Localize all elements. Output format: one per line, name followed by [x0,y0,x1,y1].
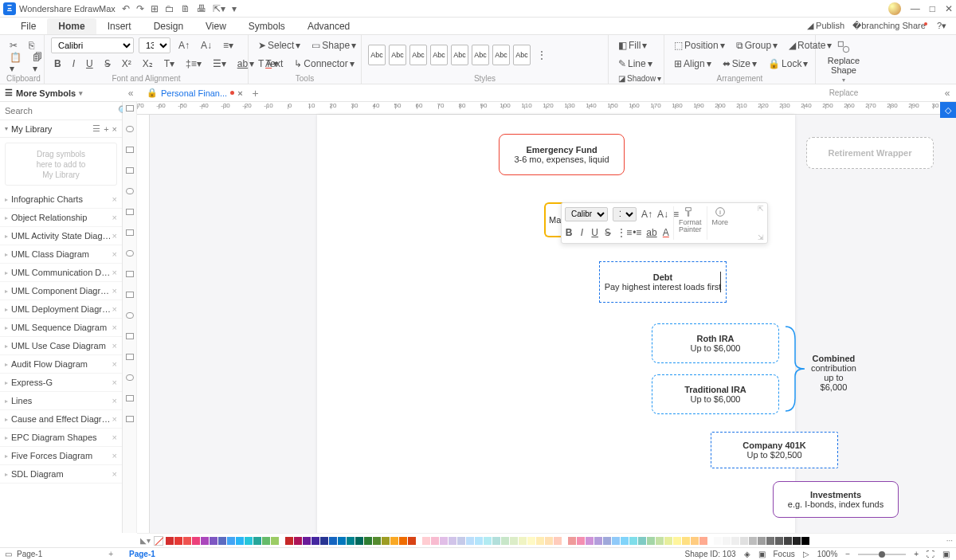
color-swatch[interactable] [183,537,191,545]
color-swatch[interactable] [568,537,576,545]
help-button[interactable]: ?▾ [937,21,946,31]
fill-button[interactable]: ◧ Fill▾ [615,38,650,53]
color-swatch[interactable] [236,537,244,545]
page-tab[interactable]: Page-1 [123,549,162,559]
quick-shape-icon[interactable] [126,395,134,401]
category-close-icon[interactable]: × [112,414,117,424]
zoom-out-button[interactable]: − [845,550,850,558]
collapse-sidebar-icon[interactable]: « [123,88,139,99]
style-preset[interactable]: Abc [451,45,468,65]
fit-page-icon[interactable]: ⛶ [927,550,934,558]
close-button[interactable]: ✕ [945,3,953,14]
category-item[interactable]: ▸Audit Flow Diagram× [0,355,122,374]
color-swatch[interactable] [784,537,792,545]
color-swatch[interactable] [466,537,474,545]
document-tab[interactable]: 🔒Personal Finan...× [143,86,246,100]
italic-icon[interactable]: I [69,57,78,71]
category-close-icon[interactable]: × [112,194,117,204]
fullscreen-icon[interactable]: ▣ [942,550,950,558]
color-swatch[interactable] [758,537,766,545]
category-close-icon[interactable]: × [112,396,117,405]
quick-shape-icon[interactable] [126,292,134,298]
color-swatch[interactable] [691,537,699,545]
quick-shape-icon[interactable] [126,105,134,112]
add-page-button[interactable]: + [104,550,118,558]
color-swatch[interactable] [253,537,261,545]
strike-icon[interactable]: S̶ [101,57,114,71]
mini-numlist-icon[interactable]: ⋮≡ [617,227,628,238]
quick-shape-icon[interactable] [126,271,134,277]
category-close-icon[interactable]: × [112,213,117,222]
replace-shape-button[interactable]: Replace Shape▾ [822,37,865,87]
quick-shape-icon[interactable] [126,188,134,194]
publish-button[interactable]: ◢ Publish [807,21,844,31]
select-tool[interactable]: ➤ Select▾ [255,38,304,53]
font-size-select[interactable]: 13 [139,37,170,53]
color-swatch[interactable] [801,537,809,545]
grow-font-icon[interactable]: A↑ [175,38,193,53]
quick-shape-icon[interactable] [126,416,134,422]
color-swatch[interactable] [577,537,585,545]
qat-new-icon[interactable]: ⊞ [151,3,159,14]
color-swatch[interactable] [347,537,355,545]
category-close-icon[interactable]: × [112,231,117,241]
mini-format-painter-button[interactable]: FormatPainter [674,203,707,243]
color-swatch[interactable] [174,537,182,545]
color-swatch[interactable] [329,537,337,545]
no-fill-swatch[interactable] [154,536,163,546]
color-swatch[interactable] [440,537,448,545]
color-swatch[interactable] [594,537,602,545]
quick-shape-icon[interactable] [126,250,134,257]
category-close-icon[interactable]: × [112,249,117,259]
color-swatch[interactable] [311,537,319,545]
zoom-slider[interactable] [858,554,906,555]
color-swatch[interactable] [245,537,253,545]
shape-company-401k[interactable]: Company 401KUp to $20,500 [711,432,838,468]
color-swatch[interactable] [536,537,544,545]
mini-size-select[interactable]: 13 [613,207,637,221]
shape-retirement-wrapper[interactable]: Retirement Wrapper [806,137,934,169]
underline-icon[interactable]: U [83,57,96,71]
canvas-area[interactable]: -70-60-50-40-30-20-100102030405060708090… [137,102,956,533]
color-swatch[interactable] [285,537,293,545]
text-tool[interactable]: T Text [255,57,286,71]
color-swatch[interactable] [656,537,664,545]
color-swatch[interactable] [475,537,483,545]
color-swatch[interactable] [793,537,801,545]
color-swatch[interactable] [364,537,372,545]
color-swatch[interactable] [408,537,416,545]
shape-debt[interactable]: DebtPay highest interest loads first [599,261,727,303]
color-swatch[interactable] [166,537,174,545]
color-swatch[interactable] [554,537,562,545]
right-panel-toggle[interactable]: ◇ [940,102,956,118]
shape-roth-ira[interactable]: Roth IRAUp to $6,000 [652,323,779,363]
color-swatch[interactable] [390,537,398,545]
category-item[interactable]: ▸EPC Diagram Shapes× [0,429,122,447]
color-swatch[interactable] [271,537,279,545]
category-close-icon[interactable]: × [112,433,117,442]
lock-button[interactable]: 🔒 Lock▾ [765,57,811,71]
shape-emergency-fund[interactable]: Emergency Fund3-6 mo, expenses, liquid [499,134,625,175]
color-swatch[interactable] [775,537,783,545]
share-button[interactable]: �branching Share [852,21,929,31]
mini-font-select[interactable]: Calibri [565,207,608,221]
quick-shape-icon[interactable] [126,374,134,381]
category-item[interactable]: ▸SDL Diagram× [0,465,122,484]
mylib-add-icon[interactable]: + [104,124,108,134]
menu-view[interactable]: View [194,18,237,34]
color-swatch[interactable] [519,537,527,545]
color-swatch[interactable] [731,537,739,545]
mini-strike-icon[interactable]: S̶ [604,227,612,238]
color-swatch[interactable] [320,537,328,545]
category-item[interactable]: ▸UML Use Case Diagram× [0,337,122,355]
shadow-button[interactable]: ◪ Shadow▾ [615,72,664,84]
qat-save-icon[interactable]: 🗎 [181,3,190,14]
user-avatar[interactable] [888,2,901,15]
line-button[interactable]: ✎ Line▾ [615,57,656,71]
list-icon[interactable]: ☰▾ [210,57,229,71]
color-swatch[interactable] [699,537,707,545]
add-tab-button[interactable]: + [249,87,262,100]
category-close-icon[interactable]: × [112,268,117,277]
quick-shape-icon[interactable] [126,147,134,153]
color-swatch[interactable] [338,537,346,545]
